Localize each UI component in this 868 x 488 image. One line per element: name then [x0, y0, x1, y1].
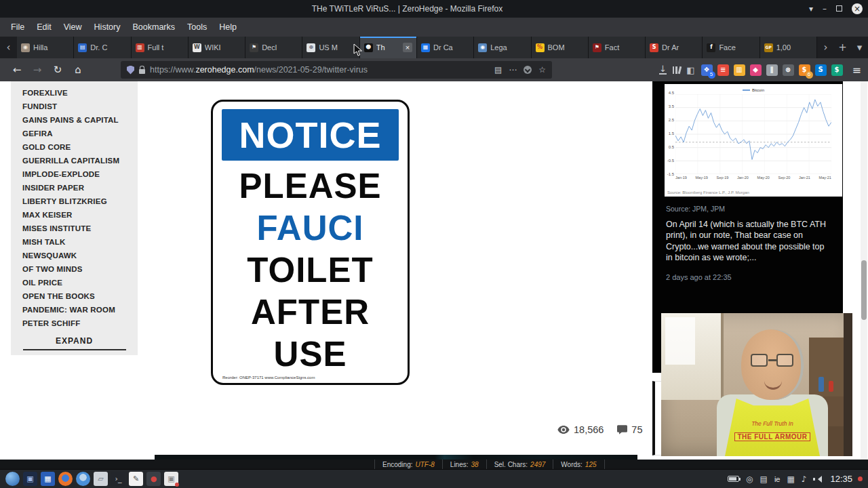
extension-icon-pink[interactable]: ◆: [750, 64, 762, 76]
desktop-screen: THe TWiTLeR ViRuS... | ZeroHedge - Mozil…: [0, 0, 868, 488]
blogroll-link[interactable]: PETER SCHIFF: [11, 317, 138, 330]
tab-list-dropdown[interactable]: ▾: [851, 37, 868, 58]
back-button[interactable]: ←: [7, 60, 27, 79]
tweet-timestamp[interactable]: 2 days ago at 22:35: [666, 273, 829, 281]
blogroll-link[interactable]: GUERRILLA CAPITALISM: [11, 154, 138, 167]
taskbar-recorder-icon[interactable]: ●: [146, 472, 161, 486]
page-scrollbar[interactable]: [861, 81, 867, 460]
browser-tab[interactable]: ◉Hilla: [17, 37, 74, 58]
browser-tab[interactable]: ⊕US M: [302, 37, 359, 58]
new-tab-button[interactable]: +: [834, 37, 851, 58]
window-titlebar: THe TWiTLeR ViRuS... | ZeroHedge - Mozil…: [0, 0, 868, 18]
menu-help[interactable]: Help: [214, 20, 242, 34]
taskbar-app-dark-icon[interactable]: ▣: [23, 472, 37, 486]
blogroll-link[interactable]: MAX KEISER: [11, 208, 138, 222]
taskbar-capture-icon[interactable]: ▣: [164, 472, 178, 486]
browser-tab[interactable]: fFace: [703, 37, 760, 58]
browser-tab[interactable]: ⚑Decl: [245, 37, 302, 58]
blogroll-link[interactable]: FUNDIST: [11, 100, 138, 113]
extension-icon-s-green[interactable]: $: [831, 64, 843, 76]
refresh-button[interactable]: ↻: [47, 60, 68, 79]
browser-tab[interactable]: ◉Lega: [474, 37, 531, 58]
save-to-pocket-icon[interactable]: [524, 66, 532, 74]
downloads-icon[interactable]: ↓: [659, 66, 667, 75]
hamburger-menu-button[interactable]: ≡: [852, 64, 861, 77]
blogroll-link[interactable]: OPEN THE BOOKS: [11, 289, 138, 303]
comments-icon[interactable]: [617, 425, 627, 434]
menu-bookmarks[interactable]: Bookmarks: [127, 20, 180, 34]
extension-icon-stats-bars[interactable]: ∥: [766, 64, 778, 76]
taskbar-text-editor-icon[interactable]: ✎: [129, 472, 143, 486]
library-icon[interactable]: [673, 66, 681, 74]
taskbar-firefox-icon[interactable]: [58, 472, 73, 486]
user-status-icon[interactable]: ◎: [746, 474, 753, 484]
url-text[interactable]: https://www.zerohedge.com/news/2021-05-2…: [150, 65, 490, 75]
menu-tools[interactable]: Tools: [182, 20, 212, 34]
blogroll-link[interactable]: IMPLODE-EXPLODE: [11, 167, 138, 181]
browser-tab[interactable]: ▦Dr Ca: [417, 37, 474, 58]
extension-icon-shopping[interactable]: $6: [799, 64, 810, 76]
blogroll-link[interactable]: INSIDER PAPER: [11, 181, 138, 195]
blogroll-link[interactable]: MISH TALK: [11, 235, 138, 249]
window-close-button[interactable]: ×: [852, 3, 863, 14]
menu-history[interactable]: History: [89, 20, 126, 34]
url-bar[interactable]: https://www.zerohedge.com/news/2021-05-2…: [121, 61, 552, 79]
scrollbar-thumb[interactable]: [861, 260, 867, 320]
blogroll-link[interactable]: OIL PRICE: [11, 276, 138, 289]
tab-scroll-right-button[interactable]: ›: [817, 37, 834, 58]
extensions-puzzle-icon[interactable]: ❖5: [701, 64, 713, 76]
browser-tab[interactable]: ▥Full t: [132, 37, 189, 58]
sidebar-toggle-icon[interactable]: ◧: [686, 65, 694, 75]
menu-edit[interactable]: Edit: [31, 20, 57, 34]
tracking-shield-icon[interactable]: [127, 66, 134, 75]
extension-icon-yellow[interactable]: ▥: [734, 64, 745, 76]
taskbar-clock[interactable]: 12:35: [830, 474, 852, 484]
blogroll-link[interactable]: NEWSQUAWK: [11, 249, 138, 262]
blogroll-link[interactable]: PANDEMIC: WAR ROOM: [11, 303, 138, 317]
menu-file[interactable]: File: [5, 20, 30, 34]
home-button[interactable]: ⌂: [68, 60, 88, 79]
blogroll-link[interactable]: OF TWO MINDS: [11, 262, 138, 276]
taskbar-terminal-icon[interactable]: ›_: [111, 472, 125, 486]
browser-tab[interactable]: SDr Ar: [646, 37, 703, 58]
taskbar-file-manager-icon[interactable]: ▱: [94, 472, 108, 486]
browser-tab[interactable]: GP1,00: [760, 37, 817, 58]
extension-icon-globe-disabled[interactable]: ⊗: [783, 64, 794, 76]
blogroll-link[interactable]: GAINS PAINS & CAPITAL: [11, 113, 138, 127]
language-indicator[interactable]: ie: [774, 475, 781, 483]
window-shade-icon[interactable]: ▾: [809, 4, 813, 14]
browser-tab[interactable]: %BOM: [532, 37, 589, 58]
tab-close-button[interactable]: ×: [403, 43, 412, 52]
browser-tab[interactable]: WWIKI: [189, 37, 245, 58]
extension-icon-s-blue[interactable]: S: [815, 64, 827, 76]
extension-icon-red-lines[interactable]: ≡: [717, 64, 729, 76]
keyboard-layout-icon[interactable]: ▦: [787, 474, 794, 484]
clipboard-icon[interactable]: ▤: [760, 474, 768, 484]
volume-icon[interactable]: [813, 475, 822, 483]
blogroll-link[interactable]: GOLD CORE: [11, 140, 138, 154]
page-actions-icon[interactable]: ⋯: [509, 65, 517, 75]
taskbar-chromium-icon[interactable]: [76, 472, 90, 486]
browser-tab[interactable]: ⚑Fact: [589, 37, 646, 58]
tab-scroll-left-button[interactable]: ‹: [0, 37, 17, 58]
chart-x-tick: Jan-20: [737, 176, 749, 180]
window-minimize-button[interactable]: –: [823, 4, 827, 14]
browser-tab[interactable]: ▤Dr. C: [74, 37, 131, 58]
menu-view[interactable]: View: [58, 20, 87, 34]
tab-favicon: W: [193, 43, 201, 52]
padlock-icon[interactable]: [139, 69, 145, 74]
blogroll-expand-button[interactable]: EXPAND: [11, 336, 138, 346]
media-icon[interactable]: ♪: [802, 474, 807, 484]
blogroll-link[interactable]: FOREXLIVE: [11, 86, 138, 100]
blogroll-link[interactable]: LIBERTY BLITZKRIEG: [11, 195, 138, 208]
browser-tab[interactable]: ☻Th×: [360, 37, 417, 58]
bookmark-star-icon[interactable]: ☆: [538, 65, 546, 75]
window-maximize-button[interactable]: [836, 4, 842, 14]
blogroll-link[interactable]: MISES INSTITUTE: [11, 222, 138, 235]
comments-count[interactable]: 75: [631, 424, 642, 435]
blogroll-link[interactable]: GEFIRA: [11, 127, 138, 140]
taskbar-browser-icon[interactable]: [5, 472, 20, 486]
taskbar-app-blue-icon[interactable]: ▦: [41, 472, 55, 486]
reader-mode-icon[interactable]: ▤: [494, 65, 502, 75]
forward-button[interactable]: →: [27, 60, 47, 79]
